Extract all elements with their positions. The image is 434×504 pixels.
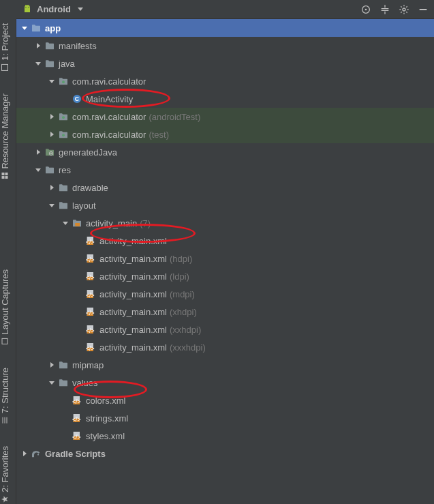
- tree-node-values[interactable]: values: [16, 374, 434, 391]
- svg-text:</>: </>: [86, 274, 95, 281]
- tab-resource-manager-label: Resource Manager: [0, 93, 10, 169]
- svg-text:</>: </>: [86, 310, 95, 316]
- svg-point-17: [62, 134, 65, 136]
- tree-node-colors-xml[interactable]: </>colors.xml: [16, 391, 434, 409]
- svg-line-9: [29, 5, 29, 5]
- tree-node-drawable[interactable]: drawable: [16, 179, 434, 196]
- tree-node-styles-xml[interactable]: </>styles.xml: [16, 427, 434, 445]
- tree-node-am-hdpi[interactable]: </>activity_main.xml(hdpi): [16, 250, 434, 267]
- svg-text:</>: </>: [86, 327, 95, 334]
- tree-node-mipmap[interactable]: mipmap: [16, 356, 434, 374]
- tab-resource-manager[interactable]: Resource Manager: [0, 89, 10, 184]
- svg-line-8: [25, 5, 26, 5]
- svg-rect-19: [75, 223, 80, 226]
- tree-node-layout[interactable]: layout: [16, 196, 434, 214]
- svg-point-6: [25, 7, 26, 8]
- svg-text:</>: </>: [72, 398, 81, 405]
- vertical-tabs: 1: Project Resource Manager Layout Captu…: [0, 19, 16, 504]
- tree-node-strings-xml[interactable]: </>strings.xml: [16, 409, 434, 427]
- tab-structure[interactable]: 7: Structure: [0, 364, 10, 428]
- svg-point-16: [62, 116, 65, 119]
- svg-rect-5: [3, 339, 8, 344]
- tree-node-am-xhdpi[interactable]: </>activity_main.xml(xhdpi): [16, 303, 434, 321]
- tree-node-manifests[interactable]: manifests: [16, 37, 434, 55]
- svg-text:</>: </>: [72, 434, 81, 441]
- tree-node-am-ldpi[interactable]: </>activity_main.xml(ldpi): [16, 267, 434, 285]
- project-tree: app manifests java com.ravi.calculator C…: [16, 19, 434, 504]
- chevron-down-icon: [78, 8, 83, 11]
- svg-text:</>: </>: [86, 345, 95, 352]
- tab-project[interactable]: 1: Project: [0, 19, 10, 76]
- tab-structure-label: 7: Structure: [0, 368, 10, 413]
- tab-layout-captures-label: Layout Captures: [0, 269, 10, 334]
- tree-node-java[interactable]: java: [16, 55, 434, 72]
- tree-node-activity-main-group[interactable]: activity_main(7): [16, 214, 434, 232]
- tree-node-main-activity[interactable]: CMainActivity: [16, 90, 434, 108]
- svg-text:</>: </>: [86, 256, 95, 263]
- target-icon[interactable]: [360, 4, 371, 15]
- svg-rect-1: [2, 176, 5, 179]
- svg-text:</>: </>: [72, 416, 81, 423]
- tab-favorites-label: 2: Favorites: [0, 446, 10, 492]
- svg-text:C: C: [75, 95, 80, 102]
- svg-point-12: [403, 8, 405, 11]
- tab-project-label: 1: Project: [0, 23, 10, 61]
- tree-node-am-xxhdpi[interactable]: </>activity_main.xml(xxhdpi): [16, 321, 434, 338]
- view-mode-dropdown[interactable]: Android: [22, 4, 83, 15]
- svg-rect-4: [5, 173, 8, 175]
- tree-node-pkg-test[interactable]: com.ravi.calculator(test): [16, 125, 434, 143]
- gear-icon[interactable]: [399, 4, 409, 15]
- view-mode-label: Android: [37, 4, 71, 14]
- minimize-icon[interactable]: [418, 4, 429, 15]
- tree-node-pkg-androidtest[interactable]: com.ravi.calculator(androidTest): [16, 108, 434, 125]
- svg-rect-0: [2, 64, 8, 70]
- android-icon: [22, 4, 33, 15]
- toolbar: Android: [16, 0, 434, 19]
- svg-text:</>: </>: [86, 292, 95, 299]
- tab-layout-captures[interactable]: Layout Captures: [0, 265, 10, 349]
- tree-node-res[interactable]: res: [16, 161, 434, 179]
- tree-node-am-xml[interactable]: </>activity_main.xml: [16, 232, 434, 250]
- svg-rect-3: [5, 176, 8, 179]
- svg-point-13: [62, 80, 65, 83]
- tree-node-app[interactable]: app: [16, 19, 434, 37]
- svg-point-50: [37, 454, 39, 455]
- svg-point-11: [365, 8, 367, 10]
- tree-node-pkg-main[interactable]: com.ravi.calculator: [16, 72, 434, 90]
- tree-node-generated-java[interactable]: generatedJava: [16, 143, 434, 161]
- svg-rect-2: [2, 173, 5, 175]
- tree-node-am-xxxhdpi[interactable]: </>activity_main.xml(xxxhdpi): [16, 338, 434, 356]
- svg-point-7: [28, 7, 29, 8]
- collapse-icon[interactable]: [379, 4, 390, 15]
- tree-node-am-mdpi[interactable]: </>activity_main.xml(mdpi): [16, 285, 434, 303]
- tab-favorites[interactable]: 2: Favorites: [0, 442, 10, 504]
- tree-node-gradle-scripts[interactable]: Gradle Scripts: [16, 445, 434, 462]
- svg-text:</>: </>: [86, 239, 95, 246]
